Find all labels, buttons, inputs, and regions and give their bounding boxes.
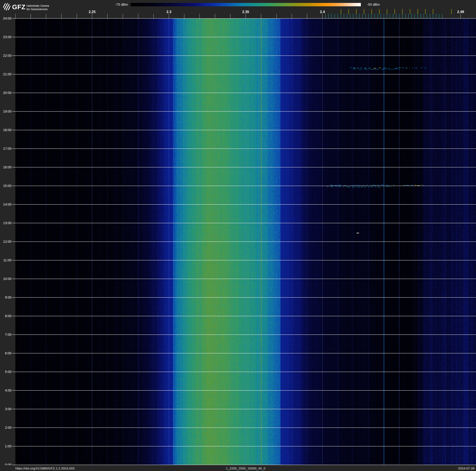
time-label-100: 1:00 (0, 444, 12, 448)
channel-marker-tick (408, 14, 408, 18)
channel-marker-tick (350, 14, 350, 18)
channel-marker-tick (344, 14, 344, 18)
hour-gridline (12, 279, 476, 279)
freq-minor-tick (61, 14, 62, 18)
freq-label-2.49: 2.49 (454, 10, 468, 14)
freq-minor-tick (184, 14, 184, 18)
channel-marker-tick-major (402, 9, 403, 14)
time-label-800: 8:00 (0, 314, 12, 318)
time-label-1500: 15:00 (0, 184, 12, 188)
channel-marker-tick (332, 14, 332, 18)
channel-marker-tick-major (425, 9, 426, 14)
freq-minor-tick (246, 14, 246, 18)
freq-minor-tick (77, 14, 77, 18)
freq-minor-tick (200, 14, 200, 18)
hour-gridline (12, 241, 476, 242)
logo-subtitle-line2: for Geosciences (27, 8, 49, 11)
hour-gridline (12, 55, 476, 56)
channel-marker-tick (381, 14, 381, 18)
time-label-2000: 20:00 (0, 91, 12, 95)
freq-label-2.3: 2.3 (162, 10, 176, 14)
freq-minor-tick (138, 14, 138, 18)
time-label-1300: 13:00 (0, 221, 12, 225)
time-label-500: 5:00 (0, 370, 12, 374)
channel-marker-tick-major (418, 9, 418, 14)
channel-marker-tick (353, 14, 353, 18)
freq-label-2.35: 2.35 (239, 10, 253, 14)
freq-minor-tick (215, 14, 215, 18)
channel-marker-tick (396, 14, 396, 18)
time-label-1000: 10:00 (0, 277, 12, 281)
hour-gridline (12, 167, 476, 167)
gfz-logo-icon (3, 3, 10, 10)
hour-gridline (12, 186, 476, 186)
hour-gridline (12, 390, 476, 391)
freq-minor-tick (123, 14, 123, 18)
channel-marker-tick (433, 14, 433, 18)
hour-gridline (12, 353, 476, 353)
freq-minor-tick (31, 14, 31, 18)
channel-marker-tick (356, 14, 357, 18)
channel-marker-tick (387, 14, 387, 18)
hour-gridline (12, 372, 476, 372)
channel-marker-tick-major (379, 9, 380, 14)
colorbar-max-label: -55 dBm (367, 3, 389, 6)
time-label-1700: 17:00 (0, 147, 12, 151)
channel-marker-tick (347, 14, 347, 18)
colorbar-gradient (131, 3, 361, 6)
channel-marker-tick (390, 14, 390, 18)
freq-minor-tick (92, 14, 92, 18)
channel-marker-tick (424, 14, 424, 18)
freq-minor-tick (46, 14, 46, 18)
channel-marker-tick (378, 14, 378, 18)
freq-minor-tick (276, 14, 276, 18)
hour-gridline (12, 148, 476, 149)
time-label-300: 3:00 (0, 407, 12, 411)
freq-minor-tick (230, 14, 230, 18)
freq-minor-tick (460, 14, 461, 18)
time-label-2300: 23:00 (0, 35, 12, 39)
logo-text: GFZ (12, 3, 25, 11)
channel-marker-tick (421, 14, 421, 18)
time-label-1100: 11:00 (0, 258, 12, 262)
footer-bar: https://doi.org/10.5880/GFZ.1.2.2024.003… (0, 465, 476, 471)
time-label-200: 2:00 (0, 426, 12, 430)
freq-minor-tick (322, 14, 323, 18)
channel-marker-tick-major (387, 9, 387, 14)
hour-gridline (12, 316, 476, 316)
freq-minor-tick (107, 14, 108, 18)
hour-gridline (12, 223, 476, 223)
channel-marker-tick (436, 14, 436, 18)
time-label-2400: 24:00 (0, 17, 12, 20)
hour-gridline (12, 18, 476, 18)
colorbar-min-label: -75 dBm (111, 3, 128, 6)
channel-marker-tick (402, 14, 402, 18)
freq-minor-tick (307, 14, 307, 18)
channel-marker-tick-major (356, 9, 357, 14)
hour-gridline (12, 111, 476, 112)
spectrogram-page: GFZ Helmholtz Centre for Geosciences -75… (0, 0, 476, 471)
freq-label-2.4: 2.4 (316, 10, 329, 14)
channel-marker-tick (335, 14, 335, 18)
hour-gridline (12, 428, 476, 428)
freq-minor-tick (261, 14, 261, 18)
date-label: 2024-07-26 (458, 467, 475, 470)
time-label-2100: 21:00 (0, 72, 12, 76)
hour-gridline (12, 465, 476, 465)
time-label-600: 6:00 (0, 351, 12, 355)
hour-gridline (12, 446, 476, 446)
time-label-1800: 18:00 (0, 128, 12, 132)
hour-gridline (12, 334, 476, 335)
time-label-700: 7:00 (0, 333, 12, 337)
hour-gridline (12, 409, 476, 409)
channel-marker-tick-major (410, 9, 410, 14)
channel-marker-tick (362, 14, 362, 18)
logo-subtitle: Helmholtz Centre for Geosciences (27, 4, 49, 11)
channel-marker-tick (325, 14, 326, 18)
channel-marker-tick (439, 14, 439, 18)
channel-marker-tick-major (394, 9, 395, 14)
channel-marker-tick (365, 14, 366, 18)
hour-gridline (12, 74, 476, 74)
channel-marker-tick (411, 14, 412, 18)
time-label-900: 9:00 (0, 295, 12, 299)
